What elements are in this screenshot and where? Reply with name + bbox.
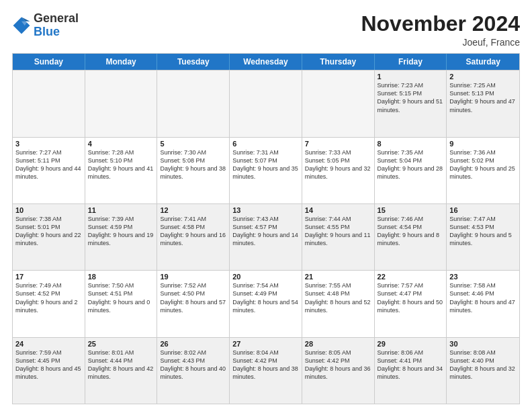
day-cell-1: 1 Sunrise: 7:23 AMSunset: 5:15 PMDayligh… xyxy=(375,71,447,136)
title-block: November 2024 Joeuf, France xyxy=(361,12,520,48)
day-cell-empty xyxy=(85,71,158,136)
day-cell-21: 21 Sunrise: 7:55 AMSunset: 4:48 PMDaylig… xyxy=(302,271,375,336)
calendar-header: Sunday Monday Tuesday Wednesday Thursday… xyxy=(13,54,519,70)
day-info: Sunrise: 7:47 AMSunset: 4:53 PMDaylight:… xyxy=(449,215,517,248)
day-cell-empty xyxy=(302,71,375,136)
day-cell-2: 2 Sunrise: 7:25 AMSunset: 5:13 PMDayligh… xyxy=(447,71,519,136)
day-cell-22: 22 Sunrise: 7:57 AMSunset: 4:47 PMDaylig… xyxy=(375,271,447,336)
day-number: 13 xyxy=(232,206,299,214)
day-info: Sunrise: 7:49 AMSunset: 4:52 PMDaylight:… xyxy=(15,281,82,314)
day-info: Sunrise: 7:28 AMSunset: 5:10 PMDaylight:… xyxy=(88,148,154,181)
day-info: Sunrise: 7:58 AMSunset: 4:46 PMDaylight:… xyxy=(449,281,517,314)
day-info: Sunrise: 7:39 AMSunset: 4:59 PMDaylight:… xyxy=(88,215,154,248)
day-number: 20 xyxy=(232,273,299,281)
day-cell-26: 26 Sunrise: 8:02 AMSunset: 4:43 PMDaylig… xyxy=(157,338,230,404)
month-title: November 2024 xyxy=(361,12,520,36)
logo: General Blue xyxy=(12,12,79,39)
day-info: Sunrise: 8:05 AMSunset: 4:42 PMDaylight:… xyxy=(305,349,371,381)
day-number: 15 xyxy=(378,206,444,214)
calendar-row-3: 10 Sunrise: 7:38 AMSunset: 5:01 PMDaylig… xyxy=(13,203,519,270)
day-number: 22 xyxy=(378,273,444,281)
day-number: 6 xyxy=(232,140,299,148)
day-cell-13: 13 Sunrise: 7:43 AMSunset: 4:57 PMDaylig… xyxy=(230,204,302,270)
day-number: 26 xyxy=(160,340,226,348)
day-info: Sunrise: 7:23 AMSunset: 5:15 PMDaylight:… xyxy=(378,81,444,114)
calendar: Sunday Monday Tuesday Wednesday Thursday… xyxy=(12,53,520,404)
day-cell-14: 14 Sunrise: 7:44 AMSunset: 4:55 PMDaylig… xyxy=(302,204,375,270)
header-wednesday: Wednesday xyxy=(230,54,302,70)
day-number: 16 xyxy=(449,206,517,214)
day-info: Sunrise: 7:46 AMSunset: 4:54 PMDaylight:… xyxy=(378,215,444,248)
day-cell-8: 8 Sunrise: 7:35 AMSunset: 5:04 PMDayligh… xyxy=(375,138,447,203)
day-cell-empty xyxy=(230,71,302,136)
page: General Blue November 2024 Joeuf, France… xyxy=(0,0,532,411)
day-number: 25 xyxy=(88,340,154,348)
day-info: Sunrise: 7:36 AMSunset: 5:02 PMDaylight:… xyxy=(449,148,517,181)
day-info: Sunrise: 8:06 AMSunset: 4:41 PMDaylight:… xyxy=(378,349,444,381)
location: Joeuf, France xyxy=(361,37,520,48)
header-monday: Monday xyxy=(85,54,158,70)
day-number: 3 xyxy=(15,140,82,148)
day-number: 23 xyxy=(449,273,517,281)
day-cell-9: 9 Sunrise: 7:36 AMSunset: 5:02 PMDayligh… xyxy=(447,138,519,203)
day-info: Sunrise: 7:41 AMSunset: 4:58 PMDaylight:… xyxy=(160,215,226,248)
day-info: Sunrise: 7:59 AMSunset: 4:45 PMDaylight:… xyxy=(15,349,82,381)
day-number: 17 xyxy=(15,273,82,281)
day-cell-15: 15 Sunrise: 7:46 AMSunset: 4:54 PMDaylig… xyxy=(375,204,447,270)
day-number: 28 xyxy=(305,340,371,348)
calendar-row-5: 24 Sunrise: 7:59 AMSunset: 4:45 PMDaylig… xyxy=(13,337,519,404)
day-number: 18 xyxy=(88,273,154,281)
day-info: Sunrise: 7:30 AMSunset: 5:08 PMDaylight:… xyxy=(160,148,226,181)
day-info: Sunrise: 7:25 AMSunset: 5:13 PMDaylight:… xyxy=(449,81,517,114)
calendar-row-4: 17 Sunrise: 7:49 AMSunset: 4:52 PMDaylig… xyxy=(13,270,519,336)
day-cell-empty xyxy=(157,71,230,136)
day-number: 19 xyxy=(160,273,226,281)
header-thursday: Thursday xyxy=(302,54,375,70)
day-number: 30 xyxy=(449,340,517,348)
logo-general: General xyxy=(34,11,79,25)
day-number: 14 xyxy=(305,206,371,214)
day-cell-24: 24 Sunrise: 7:59 AMSunset: 4:45 PMDaylig… xyxy=(13,338,85,404)
day-info: Sunrise: 7:33 AMSunset: 5:05 PMDaylight:… xyxy=(305,148,371,181)
day-number: 29 xyxy=(378,340,444,348)
svg-marker-0 xyxy=(13,17,30,34)
day-info: Sunrise: 7:43 AMSunset: 4:57 PMDaylight:… xyxy=(232,215,299,248)
day-number: 2 xyxy=(449,73,517,81)
header-tuesday: Tuesday xyxy=(157,54,230,70)
day-cell-27: 27 Sunrise: 8:04 AMSunset: 4:42 PMDaylig… xyxy=(230,338,302,404)
day-cell-4: 4 Sunrise: 7:28 AMSunset: 5:10 PMDayligh… xyxy=(85,138,158,203)
day-cell-18: 18 Sunrise: 7:50 AMSunset: 4:51 PMDaylig… xyxy=(85,271,158,336)
day-info: Sunrise: 7:50 AMSunset: 4:51 PMDaylight:… xyxy=(88,281,154,314)
calendar-body: 1 Sunrise: 7:23 AMSunset: 5:15 PMDayligh… xyxy=(13,70,519,404)
day-info: Sunrise: 8:08 AMSunset: 4:40 PMDaylight:… xyxy=(449,349,517,381)
day-info: Sunrise: 7:27 AMSunset: 5:11 PMDaylight:… xyxy=(15,148,82,181)
day-number: 5 xyxy=(160,140,226,148)
day-cell-19: 19 Sunrise: 7:52 AMSunset: 4:50 PMDaylig… xyxy=(157,271,230,336)
day-cell-10: 10 Sunrise: 7:38 AMSunset: 5:01 PMDaylig… xyxy=(13,204,85,270)
day-number: 8 xyxy=(378,140,444,148)
day-info: Sunrise: 8:01 AMSunset: 4:44 PMDaylight:… xyxy=(88,349,154,381)
day-cell-16: 16 Sunrise: 7:47 AMSunset: 4:53 PMDaylig… xyxy=(447,204,519,270)
header-friday: Friday xyxy=(375,54,447,70)
day-info: Sunrise: 7:35 AMSunset: 5:04 PMDaylight:… xyxy=(378,148,444,181)
day-number: 11 xyxy=(88,206,154,214)
day-info: Sunrise: 8:04 AMSunset: 4:42 PMDaylight:… xyxy=(232,349,299,381)
calendar-row-2: 3 Sunrise: 7:27 AMSunset: 5:11 PMDayligh… xyxy=(13,137,519,203)
day-info: Sunrise: 7:44 AMSunset: 4:55 PMDaylight:… xyxy=(305,215,371,248)
header-saturday: Saturday xyxy=(447,54,519,70)
day-number: 9 xyxy=(449,140,517,148)
logo-text: General Blue xyxy=(34,12,79,39)
day-cell-29: 29 Sunrise: 8:06 AMSunset: 4:41 PMDaylig… xyxy=(375,338,447,404)
calendar-row-1: 1 Sunrise: 7:23 AMSunset: 5:15 PMDayligh… xyxy=(13,70,519,136)
day-number: 24 xyxy=(15,340,82,348)
day-number: 7 xyxy=(305,140,371,148)
day-number: 21 xyxy=(305,273,371,281)
day-cell-28: 28 Sunrise: 8:05 AMSunset: 4:42 PMDaylig… xyxy=(302,338,375,404)
day-cell-12: 12 Sunrise: 7:41 AMSunset: 4:58 PMDaylig… xyxy=(157,204,230,270)
day-cell-6: 6 Sunrise: 7:31 AMSunset: 5:07 PMDayligh… xyxy=(230,138,302,203)
day-info: Sunrise: 7:54 AMSunset: 4:49 PMDaylight:… xyxy=(232,281,299,314)
day-cell-5: 5 Sunrise: 7:30 AMSunset: 5:08 PMDayligh… xyxy=(157,138,230,203)
header-sunday: Sunday xyxy=(13,54,85,70)
day-number: 12 xyxy=(160,206,226,214)
day-info: Sunrise: 7:38 AMSunset: 5:01 PMDaylight:… xyxy=(15,215,82,248)
